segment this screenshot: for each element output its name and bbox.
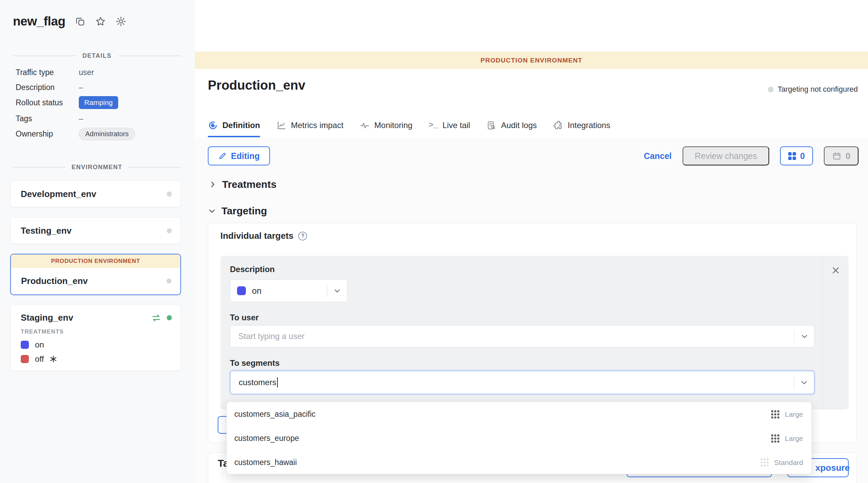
tab-audit-logs[interactable]: Audit logs	[486, 115, 537, 137]
tab-label: Monitoring	[374, 121, 412, 130]
segment-name: customers_europe	[234, 434, 299, 443]
standard-segment-icon	[761, 459, 769, 467]
star-icon[interactable]	[95, 16, 106, 27]
tab-integrations[interactable]: Integrations	[553, 115, 610, 137]
treatment-select[interactable]: on	[230, 280, 347, 302]
treatment-on-swatch	[237, 286, 246, 295]
traffic-type-label: Traffic type	[16, 68, 79, 77]
to-user-input[interactable]	[230, 325, 784, 347]
env-card-testing[interactable]: Testing_env	[10, 217, 181, 244]
env-name: Testing_env	[21, 226, 72, 236]
feature-flag-page: new_flag DETAILS Traffic type user Descr…	[0, 0, 868, 483]
treatment-off-swatch	[21, 355, 29, 363]
tab-metrics-impact[interactable]: Metrics impact	[276, 115, 344, 137]
ownership-badge[interactable]: Administrators	[79, 128, 135, 140]
terminal-icon: >_	[429, 121, 438, 130]
tab-live-tail[interactable]: >_ Live tail	[429, 115, 470, 137]
detail-row-tags: Tags –	[16, 113, 183, 124]
targeting-section-toggle[interactable]: Targeting	[208, 205, 267, 217]
select-divider	[794, 376, 794, 389]
status-dot	[768, 87, 774, 92]
main-panel: PRODUCTION ENVIRONMENT Production_env Ta…	[195, 0, 868, 483]
treatments-section-toggle[interactable]: Treatments	[209, 179, 276, 190]
production-environment-banner: PRODUCTION ENVIRONMENT	[11, 254, 180, 268]
puzzle-icon	[553, 120, 563, 130]
editing-label: Editing	[231, 151, 260, 161]
large-segment-icon	[771, 410, 779, 418]
transfer-arrows-icon	[151, 313, 161, 323]
individual-targets-heading: Individual targets	[220, 231, 293, 241]
pending-changes-button[interactable]: 0	[780, 146, 813, 165]
individual-targets-header: Individual targets ?	[220, 231, 307, 241]
calendar-icon	[832, 151, 842, 161]
to-segments-field-label: To segments	[230, 358, 279, 368]
tab-label: Live tail	[442, 121, 470, 130]
env-status-dot	[167, 228, 172, 233]
env-card-production[interactable]: PRODUCTION ENVIRONMENT Production_env	[10, 254, 181, 295]
individual-target-rule: Description on To user	[220, 256, 849, 410]
copy-icon[interactable]	[75, 16, 86, 27]
to-segments-field[interactable]: customers	[230, 371, 815, 394]
segment-size: Large	[785, 434, 803, 443]
cancel-button[interactable]: Cancel	[644, 151, 672, 161]
production-environment-banner-main: PRODUCTION ENVIRONMENT	[195, 52, 868, 69]
text-cursor	[277, 377, 278, 388]
scheduled-count: 0	[846, 151, 850, 161]
env-card-staging[interactable]: Staging_env TREATMENTS on off	[10, 305, 181, 371]
chart-icon	[276, 120, 287, 130]
review-changes-button[interactable]: Review changes	[683, 146, 769, 165]
treatment-row-off: off	[21, 354, 172, 364]
definition-target-icon	[208, 120, 218, 130]
rollout-status-badge[interactable]: Ramping	[79, 96, 118, 109]
to-user-field-label: To user	[230, 313, 259, 322]
traffic-type-value: user	[79, 68, 94, 77]
tab-label: Audit logs	[501, 121, 537, 130]
detail-row-description: Description –	[16, 82, 183, 93]
pencil-icon	[218, 151, 227, 160]
segment-option-europe[interactable]: customers_europe Large	[227, 426, 811, 450]
segment-name: customers_asia_pacific	[234, 410, 315, 419]
tab-monitoring[interactable]: Monitoring	[360, 115, 412, 137]
close-icon[interactable]	[831, 265, 841, 275]
chevron-down-icon	[208, 207, 216, 215]
segment-option-asia-pacific[interactable]: customers_asia_pacific Large	[227, 402, 811, 426]
sidebar: new_flag DETAILS Traffic type user Descr…	[0, 0, 195, 483]
gear-icon[interactable]	[115, 16, 126, 27]
targeting-heading: Targeting	[221, 205, 267, 217]
detail-row-traffic-type: Traffic type user	[16, 67, 183, 78]
to-user-field	[230, 325, 815, 347]
details-section-label: DETAILS	[13, 52, 181, 59]
targeting-status: Targeting not configured	[768, 85, 858, 94]
segment-size: Large	[785, 410, 803, 418]
rollout-status-label: Rollout status	[16, 98, 79, 107]
editing-button[interactable]: Editing	[208, 146, 270, 165]
document-search-icon	[486, 120, 496, 130]
target-rule-close-column	[822, 256, 849, 410]
chevron-right-icon	[209, 180, 217, 189]
pulse-icon	[360, 120, 370, 130]
detail-row-rollout-status: Rollout status Ramping	[16, 95, 183, 110]
scheduled-changes-button[interactable]: 0	[824, 146, 858, 165]
flag-name: new_flag	[13, 14, 65, 29]
treatment-on-name: on	[35, 340, 44, 350]
help-icon[interactable]: ?	[298, 232, 307, 240]
select-divider	[327, 285, 327, 297]
treatments-label: TREATMENTS	[21, 328, 172, 335]
environment-section-label: ENVIRONMENT	[13, 164, 181, 171]
treatment-on-swatch	[21, 341, 29, 349]
env-card-development[interactable]: Development_env	[10, 181, 181, 207]
tab-definition[interactable]: Definition	[208, 115, 260, 137]
page-title: Production_env	[208, 78, 305, 93]
tab-label: Definition	[222, 121, 260, 130]
to-segments-input-value[interactable]: customers	[239, 378, 276, 387]
chevron-down-icon[interactable]	[333, 286, 342, 295]
description-label: Description	[16, 83, 79, 92]
exposure-button-label: xposure	[815, 463, 850, 473]
chevron-down-icon[interactable]	[800, 332, 809, 341]
env-name: Staging_env	[21, 312, 73, 323]
chevron-down-icon[interactable]	[800, 378, 809, 387]
large-segment-icon	[771, 434, 779, 443]
ownership-label: Ownership	[16, 129, 79, 139]
treatment-row-on: on	[21, 340, 172, 350]
segment-option-hawaii[interactable]: customers_hawaii Standard	[227, 450, 811, 474]
